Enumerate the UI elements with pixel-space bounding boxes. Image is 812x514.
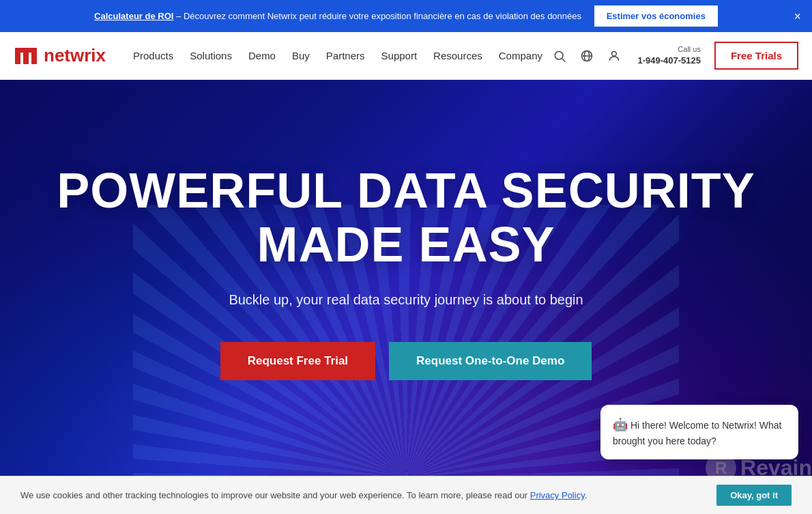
estimate-savings-button[interactable]: Estimer vos économies	[594, 5, 718, 27]
nav-item-buy[interactable]: Buy	[285, 44, 317, 67]
hero-subtitle: Buckle up, your real data security journ…	[229, 292, 583, 308]
svg-point-4	[555, 51, 564, 59]
nav-item-products[interactable]: Products	[126, 44, 180, 67]
nav-item-demo[interactable]: Demo	[242, 44, 282, 67]
hero-title-line1: POWERFUL DATA SECURITY	[57, 163, 755, 218]
chat-widget[interactable]: 🤖 Hi there! Welcome to Netwrix! What bro…	[600, 405, 798, 459]
chat-emoji: 🤖	[613, 418, 628, 431]
nav-links: Products Solutions Demo Buy Partners Sup…	[126, 44, 550, 67]
announcement-description: – Découvrez comment Netwrix peut réduire…	[173, 11, 581, 21]
search-button[interactable]	[550, 46, 569, 66]
call-info: Call us 1-949-407-5125	[637, 44, 701, 68]
announcement-close-button[interactable]: ×	[794, 10, 801, 23]
hero-title-line2: MADE EASY	[257, 217, 555, 272]
nav-item-company[interactable]: Company	[492, 44, 549, 67]
logo[interactable]: netwrix	[14, 45, 106, 67]
nav-item-solutions[interactable]: Solutions	[183, 44, 239, 67]
navbar: netwrix Products Solutions Demo Buy Part…	[0, 32, 812, 80]
nav-item-support[interactable]: Support	[375, 44, 424, 67]
account-button[interactable]	[605, 46, 624, 66]
search-icon	[553, 49, 566, 63]
chat-text: Hi there! Welcome to Netwrix! What broug…	[613, 420, 781, 446]
cookie-bar: We use cookies and other tracking techno…	[0, 476, 812, 478]
logo-icon	[14, 45, 40, 67]
svg-line-5	[562, 58, 566, 61]
free-trials-button[interactable]: Free Trials	[714, 42, 798, 70]
nav-item-partners[interactable]: Partners	[319, 44, 372, 67]
request-demo-button[interactable]: Request One-to-One Demo	[389, 342, 592, 380]
call-number: 1-949-407-5125	[637, 55, 701, 67]
svg-rect-3	[15, 48, 37, 53]
svg-point-9	[612, 51, 617, 56]
user-icon	[607, 49, 621, 63]
chat-message: 🤖 Hi there! Welcome to Netwrix! What bro…	[613, 416, 786, 448]
announcement-bar: Calculateur de ROI – Découvrez comment N…	[0, 0, 812, 32]
language-button[interactable]	[577, 46, 596, 66]
request-free-trial-button[interactable]: Request Free Trial	[220, 342, 375, 380]
nav-icons	[550, 46, 624, 66]
nav-item-resources[interactable]: Resources	[426, 44, 489, 67]
call-label: Call us	[637, 44, 701, 55]
globe-icon	[580, 49, 594, 63]
roi-calculator-link[interactable]: Calculateur de ROI	[94, 11, 173, 21]
logo-text: netwrix	[44, 45, 106, 66]
hero-title: POWERFUL DATA SECURITY MADE EASY	[57, 164, 755, 272]
announcement-text: Calculateur de ROI – Découvrez comment N…	[14, 5, 798, 27]
hero-buttons: Request Free Trial Request One-to-One De…	[220, 342, 592, 380]
